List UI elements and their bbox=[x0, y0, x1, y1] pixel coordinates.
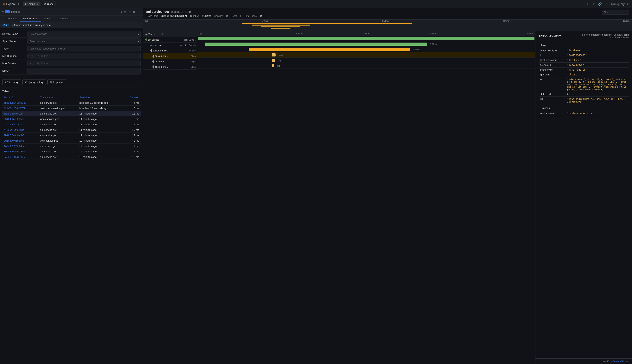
table-row[interactable]: ab59d2b941be4328 api-service get less th… bbox=[2, 100, 141, 106]
clock-icon-button[interactable]: ⏱ bbox=[585, 2, 591, 6]
chevron-button[interactable]: ▾ bbox=[592, 2, 596, 6]
tree-collapse-button[interactable]: ▾ bbox=[157, 32, 159, 36]
duration-cell: 3 ms bbox=[123, 106, 141, 111]
span-collapse-button[interactable]: ▾ bbox=[149, 50, 151, 52]
tags-section-header[interactable]: ▾ Tags bbox=[538, 44, 629, 46]
table-row[interactable]: 149a3c9369e04ee api-service get 12 minut… bbox=[2, 144, 141, 149]
span-row[interactable]: ▾ customers-... 75μs bbox=[143, 59, 197, 64]
process-section-header[interactable]: ▾ Process bbox=[538, 106, 629, 110]
inspector-service-value: customers-service bbox=[591, 34, 612, 36]
span-row[interactable]: ▾ customers-... 50μs bbox=[143, 64, 197, 70]
tree-expand-button[interactable]: ▸ bbox=[153, 32, 156, 36]
add-query-button[interactable]: + Add query bbox=[2, 79, 21, 85]
table-row[interactable]: 5a5ee871ba17175 api-service get 12 minut… bbox=[2, 154, 141, 160]
datasource-selector[interactable]: ■ Tempo ▾ bbox=[23, 2, 41, 6]
tag-value: "mysql-public" bbox=[566, 68, 629, 72]
table-row[interactable]: 44696d10f4e8b3c api-service get 11 minut… bbox=[2, 127, 141, 133]
max-duration-input[interactable] bbox=[28, 60, 141, 66]
trace-id-link[interactable]: 2d168b07f5d8bcc bbox=[4, 139, 24, 142]
span-row[interactable]: ▾ customers-ser... 5.65ms bbox=[143, 48, 197, 54]
more-icon-button[interactable]: ⋮ bbox=[137, 10, 141, 14]
span-name-select[interactable]: Select a span bbox=[28, 38, 141, 44]
eye-icon-button[interactable]: 👁 bbox=[127, 10, 131, 14]
table-row[interactable]: 3b4dab69b557350 api-service get 12 minut… bbox=[2, 149, 141, 154]
timeline-bar-row[interactable]: 5.65ms bbox=[197, 47, 535, 52]
trace-id-link[interactable]: fddb89dd7a0d873b bbox=[4, 107, 26, 110]
tab-search-beta[interactable]: Search - Beta bbox=[20, 16, 41, 22]
col-trace-id[interactable]: Trace ID bbox=[2, 95, 39, 100]
close-button[interactable]: ✕ Close bbox=[42, 2, 56, 6]
limit-input[interactable] bbox=[28, 68, 141, 74]
zoom-icon-button[interactable]: ⊖ bbox=[604, 2, 609, 6]
tag-key: sql bbox=[538, 77, 566, 92]
collapse-button[interactable]: ▾ bbox=[2, 10, 4, 13]
span-collapse-button[interactable]: ▾ bbox=[152, 55, 154, 57]
span-row[interactable]: ▾ api-service get | 7... 7.81ms bbox=[143, 42, 197, 48]
span-collapse-button[interactable]: ▾ bbox=[145, 39, 147, 41]
span-id-value[interactable]: ee8e8efdb22b9eac bbox=[611, 360, 629, 362]
trace-tree: Servi... ▸ ▾ ⏸ ▾ api-service get | 11.82… bbox=[143, 31, 197, 364]
tab-json-file[interactable]: JSON file bbox=[55, 16, 71, 22]
trace-id-link[interactable]: 6516996fe8200c7 bbox=[4, 118, 24, 120]
service-name-select[interactable]: Select a service bbox=[28, 31, 141, 37]
copy-icon-button[interactable]: ⎘ bbox=[124, 10, 126, 14]
trace-id-link[interactable]: 44696d10f4e8b3c bbox=[4, 128, 24, 131]
span-row[interactable]: ▾ customers-... 86μs bbox=[143, 54, 197, 59]
timeline-bar-row[interactable]: 7.81ms bbox=[197, 42, 535, 47]
span-duration-label: 86μs bbox=[191, 55, 196, 57]
trace-id-link[interactable]: 43eab5c3b1777fc bbox=[4, 123, 24, 126]
info-icon-button[interactable]: ℹ bbox=[120, 10, 122, 14]
tab-query-type[interactable]: Query type bbox=[2, 16, 20, 22]
col-start-time[interactable]: Start time bbox=[78, 95, 123, 100]
table-row[interactable]: 1b19f70e8b0abb5 api-service get 11 minut… bbox=[2, 133, 141, 138]
timeline-bar-row[interactable]: 75μs bbox=[197, 58, 535, 63]
span-collapse-button[interactable]: ▾ bbox=[152, 60, 154, 62]
tag-row: i "6a41703d5680" bbox=[538, 53, 629, 58]
query-history-button[interactable]: ⏱ Query history bbox=[23, 79, 46, 85]
span-collapse-button[interactable]: ▾ bbox=[147, 44, 149, 46]
timeline-bar-row[interactable]: 86μs bbox=[197, 52, 535, 58]
link-icon-button[interactable]: 🔗 bbox=[597, 2, 603, 6]
run-query-button[interactable]: Run query bbox=[610, 2, 626, 6]
span-row[interactable]: ▾ api-service get | 11.82... bbox=[143, 37, 197, 42]
trace-id-link[interactable]: ab59d2b941be4328 bbox=[4, 101, 26, 104]
datasource-label: Tempo bbox=[28, 2, 35, 6]
span-collapse-button[interactable]: ▾ bbox=[152, 66, 154, 68]
timeline-bar-row[interactable] bbox=[197, 36, 535, 42]
tree-pause-button[interactable]: ⏸ bbox=[160, 32, 164, 36]
start-time-cell: 11 minutes ago bbox=[78, 127, 123, 133]
table-row[interactable]: 2d168b07f5d8bcc vets-service put 12 minu… bbox=[2, 138, 141, 144]
trace-id-link[interactable]: 149a3c9369e04ee bbox=[4, 145, 25, 148]
tag-key: net.host.ip bbox=[538, 63, 566, 68]
table-row[interactable]: 1aae1f31c7b1db api-service get 11 minute… bbox=[2, 111, 141, 116]
span-name-label: api-service bbox=[150, 44, 179, 46]
tags-input[interactable] bbox=[28, 46, 141, 52]
share-button[interactable]: ⬡ bbox=[18, 2, 21, 6]
run-query-split-button[interactable]: ▾ bbox=[626, 2, 630, 6]
span-name-label: customers-... bbox=[155, 60, 190, 63]
process-key: service.name bbox=[538, 111, 566, 116]
start-time-cell: 11 minutes ago bbox=[78, 133, 123, 138]
min-duration-input[interactable] bbox=[28, 53, 141, 59]
trace-name-cell: vets-service put bbox=[39, 138, 78, 144]
trace-id-link[interactable]: 5a5ee871ba17175 bbox=[4, 156, 25, 158]
trace-find-input[interactable] bbox=[602, 10, 629, 15]
trace-id-link[interactable]: 1b19f70e8b0abb5 bbox=[4, 134, 24, 137]
timeline-bar bbox=[249, 48, 410, 51]
start-time-cell: less than 10 seconds ago bbox=[78, 100, 123, 106]
trace-id-link[interactable]: 1aae1f31c7b1db bbox=[4, 112, 23, 115]
table-row[interactable]: 43eab5c3b1777fc api-service get 11 minut… bbox=[2, 122, 141, 127]
table-row[interactable]: 6516996fe8200c7 visits-service get 11 mi… bbox=[2, 116, 141, 122]
inspector-button[interactable]: ⊙ Inspector bbox=[48, 79, 66, 85]
span-method-label: get | 11.82... bbox=[184, 39, 196, 41]
trash-icon-button[interactable]: 🗑 bbox=[132, 10, 136, 14]
service-name-label: Service Name bbox=[2, 32, 28, 36]
tab-traceid[interactable]: TraceID bbox=[41, 16, 55, 22]
col-duration[interactable]: Duration bbox=[123, 95, 141, 100]
timeline-bar-row[interactable]: 50μs bbox=[197, 63, 535, 68]
col-trace-name[interactable]: Trace name bbox=[39, 95, 78, 100]
trace-meta: Trace Start 2022-04-15 14:45:28.671 Dura… bbox=[146, 15, 629, 18]
trace-id-link[interactable]: 3b4dab69b557350 bbox=[4, 150, 25, 153]
inspector-start-value: 2.98ms bbox=[621, 36, 629, 39]
table-row[interactable]: fddb89dd7a0d873b customers-service get l… bbox=[2, 106, 141, 111]
